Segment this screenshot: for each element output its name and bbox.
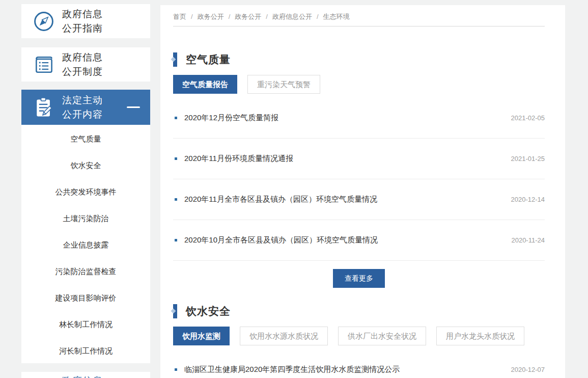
table-row: 临淄区卫生健康局2020年第四季度生活饮用水水质监测情况公示2020-12-07 bbox=[173, 349, 545, 378]
bullet-icon bbox=[175, 198, 177, 201]
breadcrumb-item[interactable]: 生态环境 bbox=[323, 13, 350, 20]
breadcrumb-item[interactable]: 政务公开 bbox=[198, 13, 224, 20]
news-date: 2020-11-24 bbox=[511, 236, 545, 244]
breadcrumb-separator: / bbox=[266, 13, 268, 20]
sidebar-item-label: 政府信息 公开制度 bbox=[62, 50, 103, 79]
bullet-icon bbox=[175, 157, 177, 160]
clipboard-pencil-icon bbox=[33, 96, 55, 119]
section-header: 空气质量 bbox=[173, 52, 545, 67]
breadcrumb: 首页/政务公开/政务公开/政府信息公开/生态环境 bbox=[173, 5, 545, 19]
sidebar-subitem[interactable]: 空气质量 bbox=[21, 126, 150, 152]
breadcrumb-item[interactable]: 首页 bbox=[173, 13, 186, 20]
sidebar-subitem[interactable]: 污染防治监督检查 bbox=[21, 258, 150, 285]
sidebar-subitem[interactable]: 企业信息披露 bbox=[21, 232, 150, 258]
news-date: 2021-01-25 bbox=[511, 155, 545, 163]
sidebar-item-label: 法定主动 公开内容 bbox=[62, 93, 103, 122]
sidebar-subitem[interactable]: 土壤污染防治 bbox=[21, 205, 150, 232]
section-header: 饮水安全 bbox=[173, 304, 545, 318]
news-link[interactable]: 2020年11月份环境质量情况通报 bbox=[184, 154, 511, 164]
main-panel: 首页/政务公开/政务公开/政府信息公开/生态环境 空气质量空气质量报告重污染天气… bbox=[160, 5, 565, 378]
tab-active[interactable]: 空气质量报告 bbox=[173, 75, 237, 94]
news-list: 临淄区卫生健康局2020年第四季度生活饮用水水质监测情况公示2020-12-07 bbox=[173, 349, 545, 378]
collapse-minus-icon[interactable] bbox=[127, 106, 140, 108]
sidebar-item-info-system[interactable]: 政府信息 公开制度 bbox=[21, 47, 150, 82]
compass-icon bbox=[33, 10, 55, 33]
news-list: 2020年12月份空气质量简报2021-02-052020年11月份环境质量情况… bbox=[173, 98, 545, 261]
news-link[interactable]: 2020年10月全市各区县及镇办（园区）环境空气质量情况 bbox=[184, 235, 511, 245]
table-row: 2020年11月全市各区县及镇办（园区）环境空气质量情况2020-12-14 bbox=[173, 179, 545, 220]
tab-inactive[interactable]: 饮用水水源水质状况 bbox=[240, 327, 328, 345]
breadcrumb-separator: / bbox=[317, 13, 319, 20]
tab-active[interactable]: 饮用水监测 bbox=[173, 327, 230, 345]
tab-bar: 饮用水监测饮用水水源水质状况供水厂出水安全状况用户水龙头水质状况 bbox=[173, 327, 545, 345]
news-date: 2020-12-14 bbox=[511, 196, 545, 203]
news-link[interactable]: 2020年12月份空气质量简报 bbox=[184, 113, 511, 123]
news-link[interactable]: 2020年11月全市各区县及镇办（园区）环境空气质量情况 bbox=[184, 195, 511, 204]
content-section: 饮水安全饮用水监测饮用水水源水质状况供水厂出水安全状况用户水龙头水质状况临淄区卫… bbox=[173, 304, 545, 378]
news-date: 2020-12-07 bbox=[511, 366, 545, 373]
content-section: 空气质量空气质量报告重污染天气预警2020年12月份空气质量简报2021-02-… bbox=[173, 52, 545, 288]
tab-inactive[interactable]: 用户水龙头水质状况 bbox=[436, 327, 524, 345]
section-marker-icon bbox=[173, 304, 177, 318]
sidebar-subitem[interactable]: 饮水安全 bbox=[21, 152, 150, 179]
section-title: 饮水安全 bbox=[186, 304, 231, 318]
sidebar-item-partial[interactable]: 政府信息 bbox=[21, 372, 150, 378]
breadcrumb-separator: / bbox=[191, 13, 193, 20]
bullet-icon bbox=[175, 117, 177, 119]
news-link[interactable]: 临淄区卫生健康局2020年第四季度生活饮用水水质监测情况公示 bbox=[184, 365, 511, 374]
bullet-icon bbox=[175, 239, 177, 241]
table-row: 2020年12月份空气质量简报2021-02-05 bbox=[173, 98, 545, 139]
sidebar-subitem[interactable]: 建设项目影响评价 bbox=[21, 285, 150, 311]
sidebar-item-statutory-disclosure[interactable]: 法定主动 公开内容 bbox=[21, 90, 150, 125]
table-row: 2020年11月份环境质量情况通报2021-01-25 bbox=[173, 139, 545, 179]
breadcrumb-item[interactable]: 政务公开 bbox=[235, 13, 261, 20]
sidebar-item-label: 政府信息 bbox=[62, 375, 103, 378]
tab-inactive[interactable]: 供水厂出水安全状况 bbox=[338, 327, 426, 345]
sidebar-submenu: 空气质量饮水安全公共突发环境事件土壤污染防治企业信息披露污染防治监督检查建设项目… bbox=[21, 125, 150, 363]
section-marker-icon bbox=[173, 52, 177, 67]
breadcrumb-item[interactable]: 政府信息公开 bbox=[272, 13, 312, 20]
tab-inactive[interactable]: 重污染天气预警 bbox=[247, 75, 320, 94]
breadcrumb-separator: / bbox=[229, 13, 231, 20]
sidebar-subitem[interactable]: 公共突发环境事件 bbox=[21, 179, 150, 205]
view-more-button[interactable]: 查看更多 bbox=[333, 269, 385, 288]
notebook-icon bbox=[33, 53, 55, 76]
sidebar-subitem[interactable]: 林长制工作情况 bbox=[21, 311, 150, 338]
news-date: 2021-02-05 bbox=[511, 114, 545, 122]
sidebar-item-info-guide[interactable]: 政府信息 公开指南 bbox=[21, 4, 150, 38]
breadcrumb-divider bbox=[173, 26, 545, 26]
sidebar-subitem[interactable]: 河长制工作情况 bbox=[21, 338, 150, 364]
section-title: 空气质量 bbox=[186, 52, 231, 67]
tab-bar: 空气质量报告重污染天气预警 bbox=[173, 75, 545, 94]
bullet-icon bbox=[175, 368, 177, 371]
table-row: 2020年10月全市各区县及镇办（园区）环境空气质量情况2020-11-24 bbox=[173, 220, 545, 261]
sidebar-item-label: 政府信息 公开指南 bbox=[62, 7, 103, 36]
